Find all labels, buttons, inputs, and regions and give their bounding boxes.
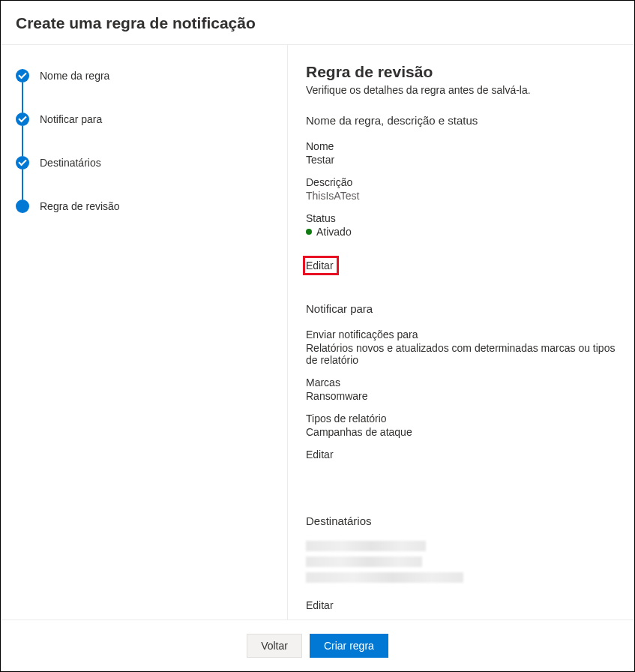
field-value-tags: Ransomware bbox=[306, 390, 622, 402]
status-dot-icon bbox=[306, 229, 312, 235]
field-label-description: Descrição bbox=[306, 176, 622, 188]
redacted-recipient bbox=[306, 556, 422, 567]
section-name-desc-status: Nome da regra, descrição e status Nome T… bbox=[306, 114, 622, 302]
field-label-types: Tipos de relatório bbox=[306, 412, 622, 424]
review-content: Regra de revisão Verifique os detalhes d… bbox=[288, 45, 634, 620]
wizard-sidebar: Nome da regra Notificar para Destinatári… bbox=[1, 45, 288, 620]
field-label-status: Status bbox=[306, 212, 622, 224]
redacted-recipient bbox=[306, 541, 426, 551]
checkmark-icon bbox=[16, 112, 29, 126]
section-title: Notificar para bbox=[306, 302, 622, 315]
step-label: Notificar para bbox=[40, 112, 102, 126]
edit-link-section3[interactable]: Editar bbox=[306, 599, 334, 611]
wizard-steps: Nome da regra Notificar para Destinatári… bbox=[16, 69, 272, 213]
field-value-description: ThisIsATest bbox=[306, 190, 622, 202]
step-notify-for[interactable]: Notificar para bbox=[16, 112, 272, 156]
field-label-send: Enviar notificações para bbox=[306, 328, 622, 340]
step-connector bbox=[22, 170, 23, 200]
field-value-name: Testar bbox=[306, 154, 622, 166]
section-title: Destinatários bbox=[306, 514, 622, 527]
step-label: Destinatários bbox=[40, 156, 101, 170]
step-label: Regra de revisão bbox=[40, 200, 120, 213]
step-recipients[interactable]: Destinatários bbox=[16, 156, 272, 200]
page-title: Regra de revisão bbox=[306, 63, 622, 81]
step-label: Nome da regra bbox=[40, 69, 109, 82]
section-notify-for: Notificar para Enviar notificações para … bbox=[306, 302, 622, 488]
page-subtitle: Verifique os detalhes da regra antes de … bbox=[306, 84, 622, 96]
redacted-recipient bbox=[306, 572, 463, 583]
field-value-status: Ativado bbox=[316, 226, 352, 238]
step-connector bbox=[22, 126, 23, 156]
dialog-footer: Voltar Criar regra bbox=[1, 620, 634, 671]
create-rule-button[interactable]: Criar regra bbox=[310, 634, 388, 658]
dialog-header: Create uma regra de notificação bbox=[1, 1, 634, 45]
current-step-icon bbox=[16, 200, 29, 213]
field-value-send: Relatórios novos e atualizados com deter… bbox=[306, 342, 622, 366]
checkmark-icon bbox=[16, 69, 29, 82]
checkmark-icon bbox=[16, 156, 29, 170]
edit-link-section1[interactable]: Editar bbox=[303, 256, 339, 275]
field-label-tags: Marcas bbox=[306, 376, 622, 388]
back-button[interactable]: Voltar bbox=[247, 634, 302, 658]
recipients-list bbox=[306, 541, 622, 583]
step-rule-name[interactable]: Nome da regra bbox=[16, 69, 272, 112]
step-connector bbox=[22, 82, 23, 112]
field-value-types: Campanhas de ataque bbox=[306, 426, 622, 438]
dialog-body: Nome da regra Notificar para Destinatári… bbox=[1, 45, 634, 620]
field-label-name: Nome bbox=[306, 140, 622, 152]
dialog-title: Create uma regra de notificação bbox=[16, 14, 619, 32]
section-recipients: Destinatários Editar bbox=[306, 514, 622, 620]
section-title: Nome da regra, descrição e status bbox=[306, 114, 622, 127]
status-row: Ativado bbox=[306, 226, 622, 238]
edit-link-section2[interactable]: Editar bbox=[306, 448, 334, 460]
step-review-rule[interactable]: Regra de revisão bbox=[16, 200, 272, 213]
